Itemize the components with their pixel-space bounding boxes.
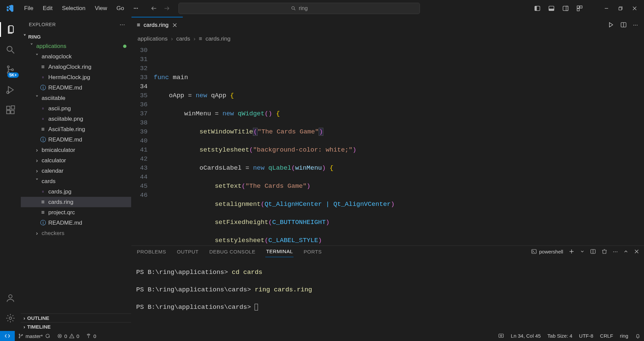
warning-icon	[69, 333, 74, 339]
activity-search-icon[interactable]	[0, 40, 21, 59]
file-readme1[interactable]: ⓘREADME.md	[21, 82, 131, 93]
menu-more-icon[interactable]: ···	[129, 3, 142, 14]
panel-tab-debug[interactable]: DEBUG CONSOLE	[209, 246, 256, 257]
status-problems[interactable]: 0 0	[54, 331, 83, 341]
menu-view[interactable]: View	[91, 3, 111, 14]
customize-layout-icon[interactable]	[576, 4, 584, 12]
ring-file-icon: ≡	[40, 126, 46, 133]
code-editor[interactable]: 3031323334353637383940414243444546 func …	[131, 45, 644, 245]
svg-point-25	[19, 334, 20, 335]
window-close-icon[interactable]	[631, 4, 639, 12]
activity-source-control-icon[interactable]: 5K+	[0, 60, 21, 79]
folder-calculator[interactable]: ›calculator	[21, 155, 131, 166]
git-branch-icon	[18, 333, 23, 339]
folder-bmicalculator[interactable]: ›bmicalculator	[21, 145, 131, 155]
folder-calendar[interactable]: ›calendar	[21, 166, 131, 176]
status-branch[interactable]: master*	[15, 331, 54, 341]
close-tab-icon[interactable]	[172, 22, 177, 28]
activity-accounts-icon[interactable]	[0, 289, 21, 307]
maximize-panel-icon[interactable]	[623, 249, 629, 254]
sync-icon[interactable]	[45, 333, 50, 339]
split-editor-icon[interactable]	[620, 21, 627, 28]
panel-tab-terminal[interactable]: TERMINAL	[265, 246, 293, 257]
status-ports[interactable]: 0	[83, 331, 99, 341]
folder-cards[interactable]: ˅cards	[21, 176, 131, 186]
file-readme3[interactable]: ⓘREADME.md	[21, 218, 131, 228]
status-notifications-icon[interactable]	[632, 333, 644, 339]
outline-section[interactable]: ›OUTLINE	[21, 314, 131, 322]
image-file-icon: ▫	[40, 105, 46, 112]
file-asciitable-png[interactable]: ▫asciitable.png	[21, 114, 131, 124]
menu-selection[interactable]: Selection	[58, 3, 90, 14]
breadcrumb-segment[interactable]: cards	[176, 36, 190, 42]
status-indent[interactable]: Tab Size: 4	[544, 333, 576, 339]
status-encoding[interactable]: UTF-8	[576, 333, 597, 339]
tab-cards-ring[interactable]: ≡ cards.ring	[131, 17, 183, 33]
close-panel-icon[interactable]	[634, 249, 639, 254]
forward-icon[interactable]	[162, 3, 172, 13]
explorer-root-label: RING	[28, 34, 41, 40]
status-bar: master* 0 0 0 Ln 34, Col 45 Tab Size: 4 …	[0, 331, 644, 341]
breadcrumb[interactable]: applications › cards › ≡ cards.ring	[131, 33, 644, 45]
toggle-panel-icon[interactable]	[547, 4, 555, 12]
explorer-root-header[interactable]: ˅RING	[21, 32, 131, 41]
split-terminal-icon[interactable]	[590, 248, 596, 254]
toggle-secondary-sidebar-icon[interactable]	[561, 4, 570, 12]
menu-go[interactable]: Go	[112, 3, 128, 14]
panel-more-icon[interactable]: ···	[613, 248, 618, 255]
breadcrumb-segment[interactable]: applications	[138, 36, 168, 42]
new-terminal-icon[interactable]	[569, 248, 575, 254]
menu-bar: File Edit Selection View Go ···	[20, 3, 142, 14]
explorer-more-icon[interactable]: ···	[119, 21, 125, 28]
status-screencast-icon[interactable]	[495, 333, 507, 339]
window-restore-icon[interactable]	[616, 4, 625, 12]
file-ascii-png[interactable]: ▫ascii.png	[21, 103, 131, 114]
status-position[interactable]: Ln 34, Col 45	[507, 333, 544, 339]
activity-explorer-icon[interactable]	[0, 20, 21, 39]
info-file-icon: ⓘ	[40, 136, 46, 144]
run-icon[interactable]	[607, 21, 614, 28]
timeline-section[interactable]: ›TIMELINE	[21, 322, 131, 331]
toggle-primary-sidebar-icon[interactable]	[533, 4, 541, 12]
panel-tab-problems[interactable]: PROBLEMS	[136, 246, 167, 257]
svg-rect-19	[11, 106, 15, 109]
activity-settings-icon[interactable]	[0, 309, 21, 328]
terminal-dropdown-icon[interactable]	[580, 249, 585, 254]
back-icon[interactable]	[149, 3, 159, 13]
menu-file[interactable]: File	[20, 3, 37, 14]
terminal-content[interactable]: PS B:\ring\applications> cd cards PS B:\…	[131, 257, 644, 331]
activity-debug-icon[interactable]	[0, 80, 21, 99]
folder-applications[interactable]: ˅applications	[21, 41, 131, 51]
status-language[interactable]: ring	[616, 333, 632, 339]
file-cards-jpg[interactable]: ▫cards.jpg	[21, 186, 131, 197]
minimap[interactable]	[610, 45, 644, 245]
folder-asciitable[interactable]: ˅asciitable	[21, 93, 131, 103]
remote-indicator-icon[interactable]	[0, 331, 15, 341]
file-asciitable-ring[interactable]: ≡AsciiTable.ring	[21, 124, 131, 134]
menu-edit[interactable]: Edit	[39, 3, 56, 14]
terminal-profile[interactable]: powershell	[531, 248, 563, 254]
file-hermleclock[interactable]: ▫HermleClock.jpg	[21, 72, 131, 82]
command-center-search[interactable]: ring	[178, 3, 420, 14]
file-cards-ring[interactable]: ≡cards.ring	[21, 197, 131, 207]
file-analogclock-ring[interactable]: ≡AnalogClock.ring	[21, 62, 131, 72]
kill-terminal-icon[interactable]	[601, 248, 607, 254]
panel-tab-ports[interactable]: PORTS	[303, 246, 322, 257]
status-eol[interactable]: CRLF	[597, 333, 616, 339]
folder-checkers[interactable]: ›checkers	[21, 228, 131, 238]
svg-rect-23	[532, 249, 537, 253]
breadcrumb-segment[interactable]: cards.ring	[206, 36, 231, 42]
file-readme2[interactable]: ⓘREADME.md	[21, 134, 131, 145]
file-project-qrc[interactable]: ≡project.qrc	[21, 207, 131, 218]
folder-analogclock[interactable]: ˅analogclock	[21, 51, 131, 62]
panel-tab-output[interactable]: OUTPUT	[176, 246, 199, 257]
code-content[interactable]: func main oApp = new qApp { winMenu = ne…	[154, 45, 610, 245]
file-label: HermleClock.jpg	[48, 74, 90, 81]
activity-extensions-icon[interactable]	[0, 101, 21, 119]
window-minimize-icon[interactable]	[602, 4, 610, 12]
source-control-badge: 5K+	[7, 72, 19, 78]
editor-more-icon[interactable]: ···	[633, 21, 638, 29]
file-label: project.qrc	[48, 209, 75, 216]
svg-rect-17	[7, 110, 10, 114]
activity-bar: 5K+	[0, 17, 21, 331]
